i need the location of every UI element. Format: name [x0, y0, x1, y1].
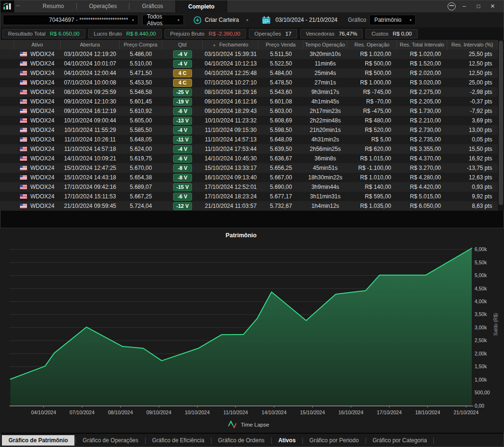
column-header-fechamento[interactable]: ▲Fechamento [203, 40, 258, 49]
cell-preco-compra: 5.605,00 [119, 116, 162, 125]
cell-res-operacao: R$ 500,00 [347, 68, 397, 78]
table-row[interactable]: WDOX2409/10/2024 16:12:195.610,92-6 V09/… [0, 106, 498, 116]
tab-completo[interactable]: Completo [175, 0, 227, 12]
create-portfolio-button[interactable]: Criar Carteira ▼ [191, 16, 255, 25]
bottom-tab-grafico-de-eficiencia[interactable]: Gráfico de Eficiência [146, 435, 211, 446]
cell-preco-compra: 5.619,75 [119, 154, 162, 163]
cell-preco-venda: 5.543,60 [258, 87, 303, 97]
cell-res-intervalo-pct: 0,05 pts [447, 135, 498, 144]
cell-row-gutter [0, 125, 14, 135]
us-flag-icon [20, 194, 27, 199]
cell-res-total-intervalo: R$ 3.020,00 [397, 78, 447, 87]
table-row[interactable]: WDOX2421/10/2024 09:59:455.724,04-12 V21… [0, 201, 498, 211]
column-header-qtd[interactable]: Qtd [162, 40, 203, 49]
calendar-button[interactable] [262, 16, 271, 24]
table-row[interactable]: WDOX2408/10/2024 09:25:595.546,58-25 V08… [0, 87, 498, 97]
cell-row-gutter [0, 154, 14, 163]
us-flag-icon [20, 175, 27, 180]
tab-graficos[interactable]: Gráficos [129, 0, 175, 12]
cell-preco-compra: 5.724,04 [119, 201, 162, 211]
table-row[interactable]: WDOX2414/10/2024 10:09:215.619,75-6 V14/… [0, 154, 498, 163]
cell-qtd: 4 C [162, 78, 203, 87]
cell-res-total-intervalo: R$ 4.420,00 [397, 182, 447, 192]
close-button[interactable]: ✕ [487, 1, 498, 11]
cell-res-intervalo-pct: -0,37 pts [447, 97, 498, 106]
chevron-down-icon: ▼ [177, 19, 180, 22]
cell-abertura: 07/10/2024 10:00:08 [61, 78, 119, 87]
table-row[interactable]: WDOX2411/10/2024 14:57:185.624,00-4 V11/… [0, 144, 498, 154]
maximize-button[interactable]: □ [473, 1, 484, 11]
ticker-label: WDOX24 [30, 193, 55, 200]
cell-preco-compra: 5.546,58 [119, 87, 162, 97]
qty-badge-sell: -8 V [173, 164, 192, 172]
us-flag-icon [20, 71, 27, 75]
asset-filter-select[interactable]: Todos Ativos ▼ [142, 15, 184, 25]
table-row[interactable]: WDOX2409/10/2024 12:10:305.601,45-19 V09… [0, 97, 498, 106]
more-options-icon[interactable]: ••• [448, 2, 456, 10]
cell-preco-compra: 5.601,45 [119, 97, 162, 106]
chart-type-select[interactable]: Patrimônio ▼ [369, 15, 416, 25]
bottom-tab-grafico-por-periodo[interactable]: Gráfico por Periodo [303, 435, 366, 446]
chart-select-label: Gráfico [348, 17, 367, 23]
tab-operacoes[interactable]: Operações [77, 0, 129, 12]
table-row[interactable]: WDOX2417/10/2024 09:42:165.689,07-15 V17… [0, 182, 498, 192]
column-header-abertura[interactable]: Abertura [61, 40, 119, 49]
table-row[interactable]: WDOX2411/10/2024 10:26:115.648,05-11 V11… [0, 135, 498, 144]
tab-divider [433, 438, 434, 444]
table-row[interactable]: WDOX2415/10/2024 12:47:255.670,00-8 V15/… [0, 163, 498, 173]
stat-label: Operações [255, 31, 281, 37]
us-flag-icon [20, 166, 27, 170]
cell-tempo-operacao: 11min6s [303, 59, 347, 68]
cell-res-operacao: R$ 620,00 [347, 144, 397, 154]
column-header-res-operacao[interactable]: Res. Operação [347, 40, 397, 49]
y-tick-label: 4,00k [475, 298, 487, 304]
qty-badge-sell: -11 V [173, 136, 192, 144]
column-header-empty[interactable] [0, 40, 14, 49]
cell-fechamento: 17/10/2024 12:52:01 [203, 182, 258, 192]
cell-qtd: -4 V [162, 49, 203, 59]
cell-qtd: -25 V [162, 87, 203, 97]
cell-res-operacao: R$ -70,00 [347, 97, 397, 106]
cell-fechamento: 14/10/2024 10:45:30 [203, 154, 258, 163]
column-header-res-intervalo-[interactable]: Res. Intervalo (%) [447, 40, 498, 49]
scrollbar-thumb[interactable] [499, 41, 503, 205]
bottom-tab-grafico-por-categoria[interactable]: Gráfico por Categoria [366, 435, 434, 446]
time-lapse-legend[interactable]: Time Lapse [229, 421, 269, 428]
collapse-chevron-icon[interactable]: ︿ [16, 1, 21, 9]
bottom-tab-grafico-de-patrimonio[interactable]: Gráfico de Patrimônio [2, 435, 74, 446]
column-header-preco-venda[interactable]: Preço Venda [258, 40, 303, 49]
date-range[interactable]: 03/10/2024 - 21/10/2024 [275, 17, 338, 23]
tab-resumo[interactable]: Resumo [30, 0, 76, 12]
chart-type-value: Patrimônio [374, 17, 401, 23]
vertical-scrollbar[interactable] [498, 40, 504, 211]
cell-res-intervalo-pct: 16,92 pts [447, 154, 498, 163]
minimize-button[interactable]: – [458, 1, 470, 11]
table-row[interactable]: WDOX2404/10/2024 12:00:445.471,504 C04/1… [0, 68, 498, 78]
column-header-preco-compra[interactable]: Preço Compra [119, 40, 162, 49]
cell-fechamento: 04/10/2024 12:25:48 [203, 68, 258, 78]
column-header-label: Ativo [31, 42, 43, 47]
qty-badge-sell: -25 V [173, 88, 192, 96]
table-row[interactable]: WDOX2415/10/2024 14:43:185.654,38-8 V16/… [0, 173, 498, 182]
column-header-res-total-intervalo[interactable]: Res. Total Intervalo [397, 40, 447, 49]
cell-res-operacao: R$ 5,00 [347, 135, 397, 144]
column-header-ativo[interactable]: Ativo [14, 40, 61, 49]
cell-res-operacao: R$ -1.100,00 [347, 163, 397, 173]
table-row[interactable]: WDOX2404/10/2024 10:01:075.510,00-4 V04/… [0, 59, 498, 68]
bottom-tab-grafico-de-operacoes[interactable]: Gráfico de Operações [76, 435, 145, 446]
table-row[interactable]: WDOX2403/10/2024 12:19:205.486,00-4 V03/… [0, 49, 498, 59]
stat-operacoes: Operações17 [249, 29, 297, 38]
table-row[interactable]: WDOX2407/10/2024 10:00:085.453,504 C07/1… [0, 78, 498, 87]
ticker-label: WDOX24 [30, 79, 55, 86]
cell-res-total-intervalo: R$ 6.050,00 [397, 201, 447, 211]
bottom-tab-grafico-de-ordens[interactable]: Gráfico de Ordens [211, 435, 271, 446]
toolbar: 70434697 - ********************** ▼ Todo… [0, 12, 504, 28]
cell-row-gutter [0, 49, 14, 59]
table-row[interactable]: WDOX2410/10/2024 09:00:445.605,00-13 V10… [0, 116, 498, 125]
table-row[interactable]: WDOX2417/10/2024 15:11:535.667,25-6 V17/… [0, 192, 498, 201]
account-select[interactable]: 70434697 - ********************** ▼ [3, 15, 138, 25]
ticker-label: WDOX24 [30, 136, 55, 143]
column-header-tempo-operacao[interactable]: Tempo Operação [303, 40, 347, 49]
bottom-tab-ativos[interactable]: Ativos [272, 435, 302, 446]
table-row[interactable]: WDOX2410/10/2024 11:55:295.585,50-4 V11/… [0, 125, 498, 135]
